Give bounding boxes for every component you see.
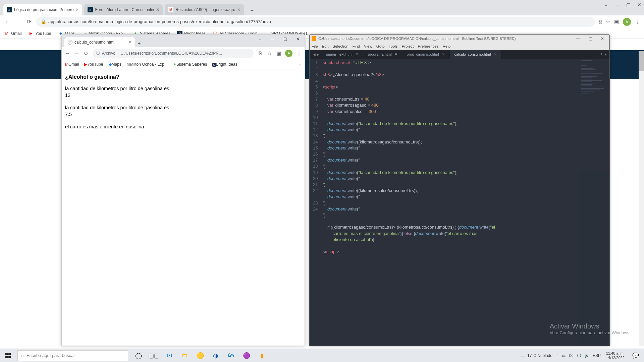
close-icon[interactable]: ✕ <box>237 7 240 12</box>
sublime-tabbar: ◀ ▶ primer_text.html× programa.html prog… <box>310 50 609 59</box>
tray-up-icon[interactable]: ˄ <box>556 353 558 358</box>
mail-icon[interactable]: ✉ <box>162 349 176 362</box>
share-icon[interactable]: ⎘ <box>599 19 602 24</box>
close-icon[interactable]: × <box>356 52 358 57</box>
menu-edit[interactable]: Edit <box>322 44 329 48</box>
editor-tab-active[interactable]: calculo_consumo.html× <box>450 50 502 59</box>
sublime-titlebar[interactable]: C:\Users\escritorio\Documents\LOGICA DE … <box>310 35 609 43</box>
minimize-icon[interactable]: — <box>268 37 277 41</box>
share-icon[interactable]: ⎘ <box>257 50 263 56</box>
store-icon[interactable]: 🛍 <box>224 349 238 362</box>
dropdown-icon[interactable]: ⌄ <box>255 37 264 41</box>
bookmark-youtube[interactable]: ▶YouTube <box>84 62 103 67</box>
editor-tab[interactable]: programa.html <box>363 50 402 59</box>
forward-icon: → <box>15 19 21 25</box>
star-icon[interactable]: ☆ <box>266 50 272 56</box>
app-icon[interactable]: 🟣 <box>239 349 254 362</box>
menu-tools[interactable]: Tools <box>389 44 398 48</box>
menu-find[interactable]: Find <box>353 44 360 48</box>
menu-help[interactable]: Help <box>442 44 450 48</box>
youtube-icon: ▶ <box>84 62 87 67</box>
taskbar-pinned: ◯ ▢▢ ✉ 🗀 🟡 ◑ 🛍 🟣 ▮ <box>131 349 269 362</box>
bg-tab-inactive-2[interactable]: M Recibidos (7.909) - ingenieraagro ✕ <box>165 4 244 15</box>
back-icon[interactable]: ← <box>64 50 70 56</box>
bg-tab-active[interactable]: a Lógica de programación: Primero ✕ <box>3 4 82 15</box>
close-icon[interactable]: × <box>494 52 496 57</box>
code-area[interactable]: <meta charset="UTF-8"> <h3>¿Alcohol o ga… <box>320 59 579 346</box>
minimize-icon[interactable]: — <box>615 2 620 7</box>
cortana-icon[interactable]: ◯ <box>131 349 146 362</box>
minimize-icon[interactable]: — <box>573 36 583 41</box>
bookmark-label: Milton Ochoa - Exp... <box>130 62 168 67</box>
editor-tab[interactable]: prog_dinamico.html× <box>402 50 450 59</box>
new-tab-button[interactable]: + <box>135 39 144 47</box>
menu-preferences[interactable]: Preferences <box>418 44 438 48</box>
dirty-icon <box>395 53 397 55</box>
maximize-icon[interactable]: ▢ <box>626 2 631 7</box>
star-icon[interactable]: ☆ <box>606 19 610 25</box>
taskbar-search[interactable]: ⌕ Escribe aquí para buscar <box>17 350 128 361</box>
bookmark-youtube[interactable]: ▶YouTube <box>28 31 51 36</box>
notifications-icon[interactable]: 💬 <box>630 349 641 362</box>
reload-icon[interactable]: ⟳ <box>83 50 89 56</box>
close-icon[interactable]: × <box>442 52 445 57</box>
weather-widget[interactable]: ☁️ 17°C Nublado <box>520 353 552 358</box>
maximize-icon[interactable]: ▢ <box>585 36 595 41</box>
url-field[interactable]: 🔒 app.aluracursos.com/forum/curso-logica… <box>36 17 595 27</box>
bookmark-bright[interactable]: OBright Ideas <box>212 62 237 67</box>
editor-tab[interactable]: primer_text.html× <box>321 50 363 59</box>
lang-indicator[interactable]: ESP <box>593 353 601 358</box>
back-icon[interactable]: ← <box>4 19 11 25</box>
close-icon[interactable]: ✕ <box>75 7 79 12</box>
close-icon[interactable]: ✕ <box>156 7 159 12</box>
avatar[interactable]: A <box>623 18 631 26</box>
bookmark-milton[interactable]: mMilton Ochoa - Exp... <box>127 62 168 67</box>
close-icon[interactable]: ✕ <box>597 36 607 41</box>
bookmark-gmail[interactable]: MGmail <box>65 62 79 67</box>
tab-nav-arrows[interactable]: ◀ ▶ <box>311 50 321 59</box>
extensions-icon[interactable]: ▣ <box>276 50 282 56</box>
inner-window-controls: ⌄ — ▢ ✕ <box>255 37 303 41</box>
menu-icon[interactable]: ⋮ <box>296 50 302 56</box>
task-view-icon[interactable]: ▢▢ <box>147 349 161 362</box>
close-icon[interactable]: ✕ <box>128 40 131 45</box>
scrollbar-thumb[interactable] <box>639 51 644 71</box>
sound-icon[interactable]: 🔈 <box>584 353 589 358</box>
chrome-icon[interactable]: 🟡 <box>193 349 207 362</box>
weather-text: 17°C Nublado <box>527 353 552 358</box>
extensions-icon[interactable]: ▣ <box>614 19 619 25</box>
menu-view[interactable]: View <box>364 44 372 48</box>
bookmark-label: Bright Ideas <box>216 62 237 67</box>
overflow-icon[interactable]: » <box>299 62 301 67</box>
tabs-dropdown-icon[interactable]: ▾ <box>605 52 607 57</box>
bookmark-gmail[interactable]: MGmail <box>4 31 21 36</box>
bg-scrollbar[interactable] <box>639 51 644 346</box>
new-tab-icon[interactable]: + <box>600 52 603 57</box>
menu-icon[interactable]: ⋮ <box>635 19 640 25</box>
avatar[interactable]: A <box>285 50 292 57</box>
sublime-icon[interactable]: ▮ <box>255 349 269 362</box>
minimap[interactable] <box>579 59 609 346</box>
close-icon[interactable]: ✕ <box>293 37 303 41</box>
bookmark-maps[interactable]: ◆Maps <box>109 62 121 67</box>
battery-icon[interactable]: ▭ <box>562 353 566 358</box>
bg-tab-inactive-1[interactable]: a Foro | Alura Latam - Cursos onlin ✕ <box>84 4 163 15</box>
cast-icon[interactable]: ⌧ <box>569 353 574 358</box>
menu-selection[interactable]: Selection <box>332 44 348 48</box>
new-tab-button[interactable]: + <box>247 6 257 15</box>
inner-tab[interactable]: ⊘ calculo_consumo.html ✕ <box>64 37 135 47</box>
clock[interactable]: 11:48 a. m. 4/12/2022 <box>605 351 626 360</box>
menu-project[interactable]: Project <box>402 44 414 48</box>
maximize-icon[interactable]: ▢ <box>280 37 290 41</box>
explorer-icon[interactable]: 🗀 <box>178 349 192 362</box>
close-icon[interactable]: ✕ <box>637 2 641 7</box>
menu-goto[interactable]: Goto <box>376 44 385 48</box>
menu-file[interactable]: File <box>312 44 318 48</box>
url-field[interactable]: ⓘ Archivo | C:/Users/escritorio/Document… <box>93 49 254 58</box>
dropdown-icon[interactable]: ⌄ <box>604 2 608 7</box>
reload-icon[interactable]: ⟳ <box>25 18 32 25</box>
bookmark-saberes[interactable]: ✦Sistema Saberes <box>173 62 207 67</box>
display-icon[interactable]: 🖵 <box>577 353 581 358</box>
edge-icon[interactable]: ◑ <box>209 349 223 362</box>
start-button[interactable] <box>0 349 16 362</box>
